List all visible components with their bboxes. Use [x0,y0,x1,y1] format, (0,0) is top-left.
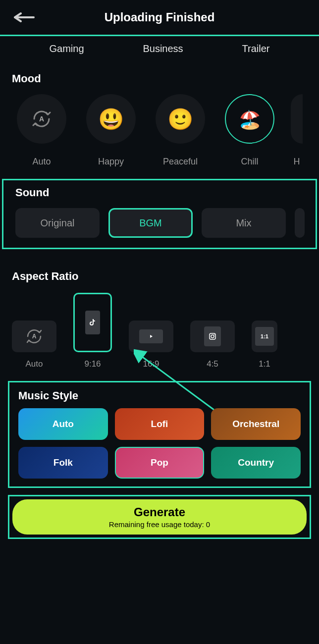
mood-label: H [294,157,300,167]
generate-button[interactable]: Generate Remaining free usage today: 0 [12,499,307,535]
mood-title: Mood [0,61,319,91]
sound-original-button[interactable]: Original [15,208,100,238]
music-auto-button[interactable]: Auto [18,408,108,440]
music-label: Folk [53,457,73,468]
mood-label: Happy [98,157,124,167]
sound-bgm-button[interactable]: BGM [108,208,193,238]
svg-point-4 [214,334,215,335]
music-label: Orchestral [232,419,279,429]
mood-item-auto[interactable]: A Auto [12,94,71,167]
svg-text:A: A [32,333,37,340]
happy-icon: 😃 [86,94,136,144]
music-folk-button[interactable]: Folk [18,447,108,479]
music-label: Auto [53,419,74,429]
music-highlight-box: Music Style Auto Lofi Orchestral Folk Po… [8,381,311,488]
music-label: Lofi [151,419,168,429]
aspect-label: Auto [26,359,43,369]
sound-row: Original BGM Mix [3,206,316,240]
aspect-4-5[interactable]: 4:5 [190,321,235,369]
aspect-16-9-icon [129,321,173,352]
music-label: Country [238,457,274,468]
aspect-label: 1:1 [259,359,270,369]
category-item[interactable]: Trailer [242,43,270,54]
aspect-auto[interactable]: A Auto [12,321,56,369]
mood-item-happy[interactable]: 😃 Happy [81,94,141,167]
mood-label: Auto [32,157,51,167]
aspect-label: 4:5 [207,359,218,369]
generate-highlight-box: Generate Remaining free usage today: 0 [8,495,311,539]
music-title: Music Style [9,382,310,408]
music-grid: Auto Lofi Orchestral Folk Pop Country [9,408,310,479]
page-title: Uploading Finished [14,10,305,24]
mood-item-peaceful[interactable]: 🙂 Peaceful [151,94,210,167]
aspect-auto-icon: A [12,321,56,352]
music-country-button[interactable]: Country [211,447,301,479]
back-arrow-icon [14,12,37,23]
music-pop-button[interactable]: Pop [115,447,205,479]
youtube-icon [148,333,155,340]
sound-next-button[interactable] [295,208,305,238]
tiktok-icon [89,319,97,326]
sound-mix-button[interactable]: Mix [202,208,286,238]
music-orchestral-button[interactable]: Orchestral [211,408,301,440]
sound-label: Original [41,217,75,229]
auto-icon: A [17,94,66,144]
aspect-4-5-icon [190,321,235,352]
aspect-1-1-icon: 1:1 [252,321,277,352]
category-row: Gaming Business Trailer [0,36,319,61]
mood-item-chill[interactable]: 🏖️ Chill [220,94,279,167]
aspect-9-16-icon [73,293,112,352]
next-mood-icon [291,94,303,144]
aspect-9-16[interactable]: 9:16 [73,293,112,369]
aspect-title: Aspect Ratio [0,255,319,290]
sound-highlight-box: Sound Original BGM Mix [2,179,317,249]
mood-label: Peaceful [163,157,198,167]
mood-row: A Auto 😃 Happy 🙂 Peaceful 🏖️ Chill H [0,91,319,173]
mood-label: Chill [241,157,258,167]
aspect-label: 9:16 [84,359,101,369]
mood-item-next[interactable]: H [289,94,304,167]
aspect-1-1[interactable]: 1:1 1:1 [252,321,277,369]
peaceful-icon: 🙂 [156,94,205,144]
generate-label: Generate [134,505,185,519]
svg-point-3 [211,335,214,338]
sound-label: BGM [139,217,162,229]
category-item[interactable]: Gaming [49,43,84,54]
sound-title: Sound [3,180,316,206]
instagram-icon [209,332,216,340]
chill-icon: 🏖️ [225,94,274,144]
generate-subtitle: Remaining free usage today: 0 [109,520,210,529]
music-lofi-button[interactable]: Lofi [115,408,205,440]
sound-label: Mix [236,217,251,229]
svg-text:A: A [39,115,44,123]
aspect-label: 16:9 [143,359,159,369]
music-label: Pop [151,457,168,468]
back-button[interactable] [14,12,37,23]
category-item[interactable]: Business [143,43,183,54]
aspect-16-9[interactable]: 16:9 [129,321,173,369]
aspect-row: A Auto 9:16 16:9 4:5 1:1 1:1 [0,290,319,372]
svg-rect-2 [210,333,215,339]
